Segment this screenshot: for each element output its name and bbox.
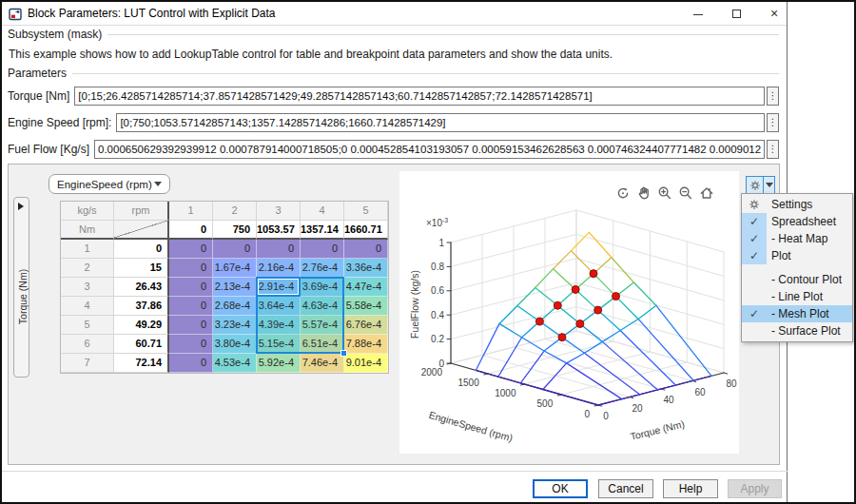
svg-text:500: 500 <box>537 398 554 409</box>
menu-item-heat-map[interactable]: ✓- Heat Map <box>742 230 852 247</box>
table-cell[interactable]: 6.76e-4 <box>344 316 388 335</box>
svg-text:FuelFlow (kg/s): FuelFlow (kg/s) <box>409 270 420 339</box>
table-cell[interactable]: 0 <box>169 335 213 354</box>
menu-item-surface-plot[interactable]: - Surface Plot <box>742 322 852 339</box>
row-breakpoint-cell[interactable]: 49.29 <box>114 316 169 335</box>
home-icon[interactable] <box>698 184 714 201</box>
rotate-3d-icon[interactable] <box>614 184 631 201</box>
svg-text:2000: 2000 <box>421 367 443 378</box>
table-cell[interactable]: 3.80e-4 <box>213 335 257 354</box>
table-cell[interactable]: 3.36e-4 <box>344 259 388 278</box>
torque-collapsed-tab[interactable]: Torque (Nm) <box>13 197 29 378</box>
col-breakpoint-cell[interactable]: 1660.71 <box>344 221 388 240</box>
gear-icon <box>742 196 767 213</box>
col-index-header[interactable]: 5 <box>344 202 388 221</box>
col-breakpoint-cell[interactable]: 1053.57 <box>257 221 301 240</box>
menu-item-contour-plot[interactable]: - Contour Plot <box>742 271 852 288</box>
row-breakpoint-cell[interactable]: 26.43 <box>114 278 169 297</box>
table-cell[interactable]: 4.47e-4 <box>344 278 388 297</box>
menu-icon-spacer <box>742 288 767 305</box>
table-cell[interactable]: 4.39e-4 <box>257 316 301 335</box>
unit-top-cell: kg/s <box>61 202 114 221</box>
col-index-header[interactable]: 1 <box>169 202 213 221</box>
row-breakpoint-cell[interactable]: 60.71 <box>114 335 169 354</box>
maximize-button[interactable] <box>721 2 751 26</box>
menu-item-mesh-plot[interactable]: ✓- Mesh Plot <box>742 305 852 322</box>
row-index-header[interactable]: 3 <box>61 278 114 297</box>
row-breakpoint-cell[interactable]: 15 <box>114 259 169 278</box>
col-index-header[interactable]: 2 <box>213 202 257 221</box>
ok-button[interactable]: OK <box>533 479 588 498</box>
table-cell[interactable]: 0 <box>257 240 301 259</box>
engine-speed-field-input[interactable] <box>116 113 765 132</box>
table-cell[interactable]: 0 <box>169 240 213 259</box>
mesh-plot-area[interactable]: 020406080050010001500200000.20.40.60.81T… <box>399 171 739 454</box>
settings-menu: Settings✓Spreadsheet✓- Heat Map✓Plot- Co… <box>741 193 853 342</box>
engine-speed-field-menu-button[interactable]: ⋮ <box>767 113 779 132</box>
table-cell[interactable]: 5.58e-4 <box>344 297 388 316</box>
cancel-button[interactable]: Cancel <box>598 479 653 498</box>
row-breakpoint-cell[interactable]: 0 <box>114 240 169 259</box>
unit-row-cell: Nm <box>61 221 114 240</box>
table-cell[interactable]: 2.13e-4 <box>213 278 257 297</box>
menu-item-line-plot[interactable]: - Line Plot <box>742 288 852 305</box>
table-cell[interactable]: 5.92e-4 <box>257 354 301 373</box>
torque-field-input[interactable] <box>74 87 765 106</box>
table-cell[interactable]: 2.91e-4 <box>257 278 301 297</box>
table-cell[interactable]: 5.57e-4 <box>301 316 344 335</box>
help-button[interactable]: Help <box>663 479 718 498</box>
divider <box>72 73 779 74</box>
table-cell[interactable]: 2.68e-4 <box>213 297 257 316</box>
table-cell[interactable]: 0 <box>169 297 213 316</box>
table-cell[interactable]: 0 <box>169 278 213 297</box>
dropdown-selected-value: EngineSpeed (rpm) <box>57 179 154 190</box>
row-index-header[interactable]: 1 <box>61 240 114 259</box>
row-breakpoint-cell[interactable]: 72.14 <box>114 354 169 373</box>
fuel-flow-field-menu-button[interactable]: ⋮ <box>767 140 779 159</box>
table-cell[interactable]: 3.23e-4 <box>213 316 257 335</box>
close-button[interactable]: × <box>759 2 789 26</box>
table-cell[interactable]: 0 <box>169 316 213 335</box>
col-breakpoint-cell[interactable]: 750 <box>213 221 257 240</box>
col-index-header[interactable]: 4 <box>301 202 344 221</box>
minimize-button[interactable] <box>683 2 713 26</box>
menu-item-plot[interactable]: ✓Plot <box>742 247 852 264</box>
row-index-header[interactable]: 2 <box>61 259 114 278</box>
menu-item-settings[interactable]: Settings <box>742 196 852 213</box>
table-cell[interactable]: 5.15e-4 <box>257 335 301 354</box>
table-cell[interactable]: 9.01e-4 <box>344 354 388 373</box>
table-cell[interactable]: 0 <box>169 259 213 278</box>
fuel-flow-field-input[interactable] <box>94 140 765 159</box>
row-breakpoint-cell[interactable]: 37.86 <box>114 297 169 316</box>
zoom-in-icon[interactable] <box>656 184 672 201</box>
table-cell[interactable]: 6.51e-4 <box>301 335 344 354</box>
col-breakpoint-cell[interactable]: 0 <box>169 221 213 240</box>
table-cell[interactable]: 7.88e-4 <box>344 335 388 354</box>
breakpoint-dimension-dropdown[interactable]: EngineSpeed (rpm) <box>49 174 170 194</box>
table-cell[interactable]: 4.63e-4 <box>301 297 344 316</box>
table-cell[interactable]: 2.16e-4 <box>257 259 301 278</box>
row-index-header[interactable]: 5 <box>61 316 114 335</box>
table-cell[interactable]: 7.46e-4 <box>301 354 344 373</box>
row-index-header[interactable]: 6 <box>61 335 114 354</box>
table-cell[interactable]: 2.76e-4 <box>301 259 344 278</box>
table-cell[interactable]: 0 <box>344 240 388 259</box>
torque-field-label: Torque [Nm] <box>8 89 69 103</box>
col-breakpoint-cell[interactable]: 1357.14 <box>301 221 344 240</box>
torque-field-menu-button[interactable]: ⋮ <box>767 87 779 106</box>
row-index-header[interactable]: 7 <box>61 354 114 373</box>
table-cell[interactable]: 0 <box>213 240 257 259</box>
table-cell[interactable]: 1.67e-4 <box>213 259 257 278</box>
menu-item-spreadsheet[interactable]: ✓Spreadsheet <box>742 213 852 230</box>
table-cell[interactable]: 3.69e-4 <box>301 278 344 297</box>
settings-split-button[interactable] <box>746 176 775 194</box>
zoom-out-icon[interactable] <box>677 184 693 201</box>
table-cell[interactable]: 4.53e-4 <box>213 354 257 373</box>
table-cell[interactable]: 0 <box>169 354 213 373</box>
col-index-header[interactable]: 3 <box>257 202 301 221</box>
engine-speed-field-label: Engine Speed [rpm]: <box>8 116 111 129</box>
pan-icon[interactable] <box>635 184 652 201</box>
table-cell[interactable]: 3.64e-4 <box>257 297 301 316</box>
table-cell[interactable]: 0 <box>301 240 344 259</box>
row-index-header[interactable]: 4 <box>61 297 114 316</box>
